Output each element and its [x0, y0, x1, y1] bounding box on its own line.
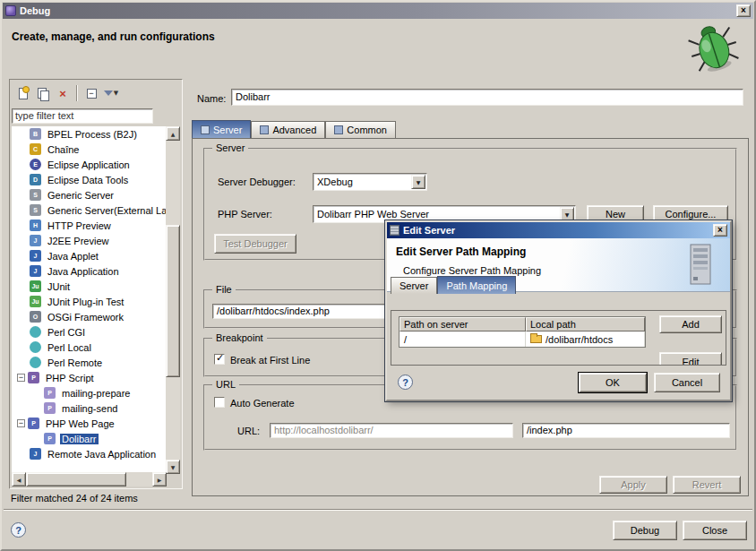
tab-server[interactable]: Server — [192, 120, 251, 138]
tree-item-label: OSGi Framework — [46, 312, 125, 323]
tree-item-label: mailing-prepare — [60, 388, 132, 399]
tree-item-eclipse-data-tools[interactable]: Eclipse Data Tools — [12, 172, 167, 187]
break-first-line-checkbox[interactable] — [214, 354, 225, 365]
apply-button[interactable]: Apply — [599, 476, 667, 494]
tree-item-mailing-send[interactable]: mailing-send — [12, 400, 167, 416]
tree-item-dolibarr[interactable]: Dolibarr — [12, 431, 167, 446]
tab-common[interactable]: Common — [325, 121, 396, 138]
dialog-title: Edit Server — [403, 225, 713, 236]
tree-item-http-preview[interactable]: HTTP Preview — [12, 218, 167, 233]
tree-item-java-application[interactable]: Java Application — [12, 263, 167, 279]
window-close-button[interactable]: × — [736, 4, 751, 17]
perl-icon — [30, 326, 41, 338]
configurations-toolbar: × − ▼ — [12, 82, 180, 105]
window-title: Debug — [20, 5, 736, 16]
help-icon[interactable]: ? — [11, 522, 26, 538]
junit-plugin-icon — [30, 296, 41, 307]
scroll-right-icon[interactable]: ▶ — [152, 472, 167, 486]
filter-input[interactable]: type filter text — [12, 108, 153, 124]
tree-item-java-applet[interactable]: Java Applet — [12, 248, 167, 263]
tree-collapse-icon[interactable]: − — [17, 374, 25, 382]
tree-item-cha-ne[interactable]: Chaîne — [12, 142, 167, 157]
dialog-tab-server[interactable]: Server — [391, 277, 437, 294]
mapping-row[interactable]: //dolibarr/htdocs — [399, 331, 645, 347]
tree-item-label: JUnit — [46, 281, 72, 292]
tree-item-label: Perl Remote — [46, 357, 104, 368]
tree-item-label: J2EE Preview — [46, 236, 110, 246]
common-tab-icon — [334, 125, 343, 134]
eclipse-application-icon — [30, 159, 41, 170]
delete-configuration-icon[interactable]: × — [55, 85, 71, 101]
edit-mapping-button[interactable]: Edit — [659, 352, 722, 366]
java-applet-icon — [30, 250, 41, 262]
close-button[interactable]: Close — [683, 521, 747, 540]
eclipse-data-tools-icon — [30, 174, 41, 185]
break-first-line-label: Break at First Line — [230, 355, 310, 366]
osgi-framework-icon — [30, 311, 41, 323]
dialog-close-button[interactable]: × — [713, 224, 727, 237]
server-debugger-combo[interactable]: XDebug ▼ — [313, 173, 427, 191]
auto-generate-checkbox[interactable] — [214, 397, 225, 408]
dialog-titlebar[interactable]: Edit Server × — [387, 222, 730, 238]
tree-vertical-scrollbar[interactable]: ▲ ▼ — [166, 126, 180, 474]
tree-item-perl-cgi[interactable]: Perl CGI — [12, 324, 167, 340]
remote-java-icon — [30, 448, 41, 460]
php-web-file-icon — [44, 433, 56, 444]
configurations-panel: × − ▼ type filter text BPEL Process (B2J… — [9, 79, 183, 489]
tree-item-mailing-prepare[interactable]: mailing-prepare — [12, 385, 167, 400]
revert-button[interactable]: Revert — [673, 476, 741, 494]
ok-button[interactable]: OK — [579, 373, 647, 392]
scroll-up-icon[interactable]: ▲ — [166, 126, 180, 141]
chevron-down-icon[interactable]: ▼ — [411, 175, 425, 189]
tree-item-eclipse-application[interactable]: Eclipse Application — [12, 157, 167, 172]
scroll-left-icon[interactable]: ◀ — [12, 472, 26, 486]
chevron-down-icon[interactable]: ▼ — [560, 207, 574, 221]
name-input[interactable]: Dolibarr — [231, 89, 743, 106]
banner-title: Create, manage, and run configurations — [12, 30, 215, 43]
column-path-on-server[interactable]: Path on server — [399, 317, 526, 331]
tab-common-label: Common — [347, 125, 387, 135]
dialog-help-icon[interactable]: ? — [398, 375, 413, 390]
scroll-down-icon[interactable]: ▼ — [166, 460, 180, 474]
tab-advanced[interactable]: Advanced — [251, 121, 325, 138]
debug-button[interactable]: Debug — [613, 521, 677, 540]
url-base-input[interactable]: http://localhostdolibarr/ — [270, 423, 513, 438]
column-local-path[interactable]: Local path — [526, 317, 645, 331]
file-group-label: File — [212, 284, 236, 295]
tree-item-generic-server[interactable]: Generic Server — [12, 187, 167, 202]
tree-item-label: PHP Web Page — [44, 418, 116, 429]
tree-item-j2ee-preview[interactable]: J2EE Preview — [12, 233, 167, 248]
add-mapping-button[interactable]: Add — [659, 315, 722, 333]
filter-menu-icon[interactable]: ▼ — [103, 85, 119, 101]
server-dialog-icon — [390, 225, 399, 236]
collapse-all-icon[interactable]: − — [83, 85, 99, 101]
path-on-server-cell: / — [399, 331, 526, 347]
server-tower-icon — [683, 243, 717, 289]
tree-horizontal-scrollbar[interactable]: ◀ ▶ — [12, 472, 167, 486]
window-titlebar[interactable]: Debug × — [3, 3, 753, 19]
server-debugger-label: Server Debugger: — [218, 176, 296, 187]
duplicate-configuration-icon[interactable] — [35, 85, 51, 101]
horizontal-scroll-thumb[interactable] — [26, 472, 126, 486]
tree-item-junit-plug-in-test[interactable]: JUnit Plug-in Test — [12, 294, 167, 309]
tree-item-label: Generic Server — [46, 190, 116, 201]
cancel-button[interactable]: Cancel — [654, 373, 720, 392]
mapping-table-body: //dolibarr/htdocs — [399, 331, 645, 347]
tree-item-perl-local[interactable]: Perl Local — [12, 340, 167, 355]
tree-item-junit[interactable]: JUnit — [12, 279, 167, 294]
perl-icon — [30, 341, 41, 353]
new-configuration-icon[interactable] — [15, 85, 31, 101]
advanced-tab-icon — [260, 125, 269, 134]
test-debugger-button[interactable]: Test Debugger — [214, 234, 296, 254]
tree-item-php-web-page[interactable]: −PHP Web Page — [12, 416, 167, 431]
tree-item-bpel-process-b2j-[interactable]: BPEL Process (B2J) — [12, 126, 167, 142]
vertical-scroll-thumb[interactable] — [166, 225, 180, 377]
tree-collapse-icon[interactable]: − — [17, 419, 25, 427]
dialog-tab-path-mapping[interactable]: Path Mapping — [437, 276, 516, 294]
tree-item-php-script[interactable]: −PHP Script — [12, 370, 167, 385]
url-path-input[interactable]: /index.php — [522, 423, 730, 438]
tree-item-generic-server-external-la[interactable]: Generic Server(External La — [12, 202, 167, 218]
tree-item-perl-remote[interactable]: Perl Remote — [12, 355, 167, 370]
tree-item-osgi-framework[interactable]: OSGi Framework — [12, 309, 167, 324]
tree-item-remote-java-application[interactable]: Remote Java Application — [12, 446, 167, 461]
